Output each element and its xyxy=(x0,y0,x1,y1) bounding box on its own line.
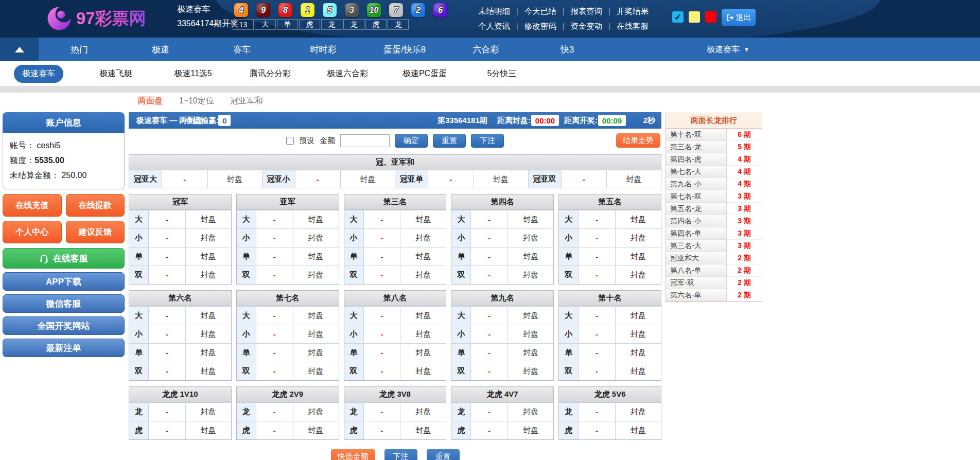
bet-odds-cell[interactable]: - xyxy=(579,403,616,421)
logout-button[interactable]: 退出 xyxy=(722,9,756,26)
bet-odds-cell[interactable]: - xyxy=(256,247,293,266)
bet-odds-cell[interactable]: - xyxy=(364,247,401,266)
nav-item[interactable]: 时时彩 xyxy=(283,38,364,61)
nav-item[interactable]: 热门 xyxy=(39,38,120,61)
header-link[interactable]: 个人资讯 xyxy=(478,21,510,32)
bet-odds-cell[interactable]: - xyxy=(256,325,293,343)
bet-odds-cell[interactable]: - xyxy=(471,344,508,362)
sidebar-orange-button[interactable]: 在线充值 xyxy=(3,194,62,217)
board-tab[interactable]: 两面盘 xyxy=(138,96,163,107)
bet-odds-cell[interactable]: - xyxy=(256,403,293,421)
subnav-item[interactable]: 极速赛车 xyxy=(0,65,77,83)
sidebar-blue-button[interactable]: APP下载 xyxy=(3,272,125,291)
bet-odds-cell[interactable]: - xyxy=(256,210,293,228)
bet-odds-cell[interactable]: - xyxy=(471,362,508,380)
theme-swatch-yellow[interactable] xyxy=(689,11,700,23)
bet-odds-cell[interactable]: - xyxy=(428,170,474,188)
bet-odds-cell[interactable]: - xyxy=(295,170,341,188)
quick-amount-button[interactable]: 快选金额 xyxy=(331,449,375,460)
header-link[interactable]: 报表查询 xyxy=(570,6,602,17)
bet-odds-cell[interactable]: - xyxy=(256,266,293,284)
bet-odds-cell[interactable]: - xyxy=(471,403,508,421)
bet-odds-cell[interactable]: - xyxy=(162,170,208,188)
bet-odds-cell[interactable]: - xyxy=(256,307,293,325)
online-service-button[interactable]: 在线客服 xyxy=(3,248,125,269)
preset-checkbox[interactable] xyxy=(286,137,294,145)
nav-item[interactable]: 快3 xyxy=(527,38,608,61)
theme-swatch-red[interactable] xyxy=(705,11,716,23)
confirm-button[interactable]: 确定 xyxy=(395,134,428,148)
bet-odds-cell[interactable]: - xyxy=(256,229,293,247)
subnav-item[interactable]: 极速11选5 xyxy=(154,65,232,83)
subnav-item[interactable]: 极速PC蛋蛋 xyxy=(386,65,463,83)
bet-odds-cell[interactable]: - xyxy=(149,210,186,228)
subnav-item[interactable]: 极速六合彩 xyxy=(309,65,386,83)
header-link[interactable]: 开奖结果 xyxy=(617,6,649,17)
bet-odds-cell[interactable]: - xyxy=(149,344,186,362)
bet-odds-cell[interactable]: - xyxy=(364,307,401,325)
lottery-select-dropdown[interactable]: 极速赛车 ▼ xyxy=(707,38,749,61)
nav-item[interactable]: 蛋蛋/快乐8 xyxy=(364,38,445,61)
bet-odds-cell[interactable]: - xyxy=(364,229,401,247)
bet-odds-cell[interactable]: - xyxy=(149,247,186,266)
result-trend-button[interactable]: 结果走势 xyxy=(616,133,660,148)
nav-item[interactable]: 六合彩 xyxy=(445,38,527,61)
bet-odds-cell[interactable]: - xyxy=(471,325,508,343)
bet-odds-cell[interactable]: - xyxy=(471,229,508,247)
bet-odds-cell[interactable]: - xyxy=(149,403,186,421)
board-tab[interactable]: 1~10定位 xyxy=(179,96,214,107)
bet-odds-cell[interactable]: - xyxy=(471,210,508,228)
sidebar-orange-button[interactable]: 在线提款 xyxy=(66,194,125,217)
bet-odds-cell[interactable]: - xyxy=(256,344,293,362)
bet-odds-cell[interactable]: - xyxy=(471,421,508,439)
bet-odds-cell[interactable]: - xyxy=(579,229,616,247)
nav-item[interactable]: 赛车 xyxy=(201,38,283,61)
bet-odds-cell[interactable]: - xyxy=(364,403,401,421)
bet-odds-cell[interactable]: - xyxy=(149,362,186,380)
bet-odds-cell[interactable]: - xyxy=(579,344,616,362)
bet-odds-cell[interactable]: - xyxy=(256,421,293,439)
bet-odds-cell[interactable]: - xyxy=(149,325,186,343)
bet-odds-cell[interactable]: - xyxy=(149,307,186,325)
sidebar-blue-button[interactable]: 微信客服 xyxy=(3,294,125,313)
bet-odds-cell[interactable]: - xyxy=(256,362,293,380)
header-link[interactable]: 今天已结 xyxy=(524,6,556,17)
sidebar-orange-button[interactable]: 建议反馈 xyxy=(66,221,125,243)
bet-odds-cell[interactable]: - xyxy=(149,421,186,439)
header-link[interactable]: 未结明细 xyxy=(478,6,510,17)
bet-odds-cell[interactable]: - xyxy=(149,229,186,247)
bet-odds-cell[interactable]: - xyxy=(579,421,616,439)
bet-odds-cell[interactable]: - xyxy=(364,266,401,284)
theme-swatch-blue[interactable]: ✓ xyxy=(672,11,684,23)
board-tab[interactable]: 冠亚军和 xyxy=(230,96,263,107)
bet-odds-cell[interactable]: - xyxy=(579,307,616,325)
sidebar-blue-button[interactable]: 最新注单 xyxy=(3,339,125,357)
amount-input[interactable] xyxy=(340,134,390,147)
subnav-item[interactable]: 5分快三 xyxy=(463,65,540,83)
bottom-bet-button[interactable]: 下注 xyxy=(384,449,417,460)
bet-odds-cell[interactable]: - xyxy=(471,266,508,284)
bottom-reset-button[interactable]: 重置 xyxy=(427,449,460,460)
bet-odds-cell[interactable]: - xyxy=(364,210,401,228)
reset-button[interactable]: 重置 xyxy=(433,134,466,148)
bet-button[interactable]: 下注 xyxy=(471,134,504,148)
bet-odds-cell[interactable]: - xyxy=(471,247,508,266)
bet-odds-cell[interactable]: - xyxy=(579,210,616,228)
bet-odds-cell[interactable]: - xyxy=(364,325,401,343)
subnav-item[interactable]: 腾讯分分彩 xyxy=(232,65,309,83)
header-link[interactable]: 修改密码 xyxy=(524,21,556,32)
nav-collapse-button[interactable] xyxy=(0,38,39,61)
bet-odds-cell[interactable]: - xyxy=(364,421,401,439)
header-link[interactable]: 在线客服 xyxy=(617,21,649,32)
nav-item[interactable]: 极速 xyxy=(120,38,201,61)
bet-odds-cell[interactable]: - xyxy=(364,362,401,380)
bet-odds-cell[interactable]: - xyxy=(364,344,401,362)
bet-odds-cell[interactable]: - xyxy=(579,362,616,380)
bet-odds-cell[interactable]: - xyxy=(579,247,616,266)
bet-odds-cell[interactable]: - xyxy=(579,325,616,343)
sidebar-orange-button[interactable]: 个人中心 xyxy=(3,221,62,243)
site-logo[interactable]: 97彩票网 xyxy=(46,6,146,31)
bet-odds-cell[interactable]: - xyxy=(149,266,186,284)
bet-odds-cell[interactable]: - xyxy=(471,307,508,325)
sidebar-blue-button[interactable]: 全国开奖网站 xyxy=(3,316,125,335)
